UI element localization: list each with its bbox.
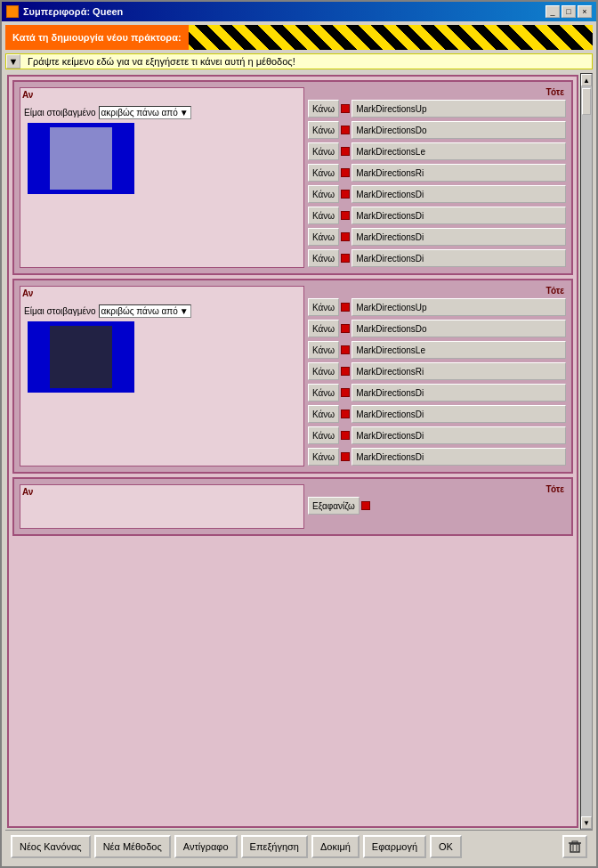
kano-btn-1-5[interactable]: Κάνω xyxy=(308,185,339,203)
maximize-button[interactable]: □ xyxy=(562,5,576,18)
kano-btn-1-3[interactable]: Κάνω xyxy=(308,142,339,160)
new-method-button[interactable]: Νέα Μέθοδος xyxy=(94,835,171,858)
action-name-btn-2-3[interactable]: MarkDirectionsLe xyxy=(352,341,566,359)
red-square-1-3 xyxy=(341,147,350,156)
then-header-bottom: Τότε xyxy=(308,484,566,494)
kano-btn-2-4[interactable]: Κάνω xyxy=(308,362,339,380)
red-square-2-5 xyxy=(341,388,350,397)
kano-btn-1-4[interactable]: Κάνω xyxy=(308,164,339,182)
scroll-down-button[interactable]: ▼ xyxy=(581,816,592,829)
kano-btn-1-8[interactable]: Κάνω xyxy=(308,249,339,267)
trash-icon xyxy=(568,840,582,854)
dropdown-value-1: ακριβώς πάνω από xyxy=(101,108,178,118)
red-square-1-4 xyxy=(341,168,350,177)
image-area-2 xyxy=(28,321,134,393)
red-square-1-2 xyxy=(341,126,350,134)
kano-btn-1-7[interactable]: Κάνω xyxy=(308,228,339,246)
kano-btn-2-1[interactable]: Κάνω xyxy=(308,298,339,316)
red-square-bottom xyxy=(361,501,370,510)
red-square-1-7 xyxy=(341,232,350,241)
scroll-up-button[interactable]: ▲ xyxy=(581,74,592,86)
test-button[interactable]: Δοκιμή xyxy=(311,835,360,858)
kano-btn-2-3[interactable]: Κάνω xyxy=(308,341,339,359)
title-bar: Συμπεριφορά: Queen _ □ × xyxy=(2,2,596,21)
if-label-bottom: Αν xyxy=(22,487,33,497)
action-name-btn-2-8[interactable]: MarkDirectionsDi xyxy=(352,448,566,466)
title-bar-text: Συμπεριφορά: Queen xyxy=(6,5,123,18)
action-1-7: Κάνω MarkDirectionsDi xyxy=(308,227,566,247)
red-square-1-5 xyxy=(341,190,350,199)
kano-btn-1-2[interactable]: Κάνω xyxy=(308,121,339,139)
action-name-btn-1-5[interactable]: MarkDirectionsDi xyxy=(352,185,566,203)
copy-button[interactable]: Αντίγραφο xyxy=(174,835,238,858)
action-name-btn-1-3[interactable]: MarkDirectionsLe xyxy=(352,142,566,160)
action-name-btn-2-6[interactable]: MarkDirectionsDi xyxy=(352,405,566,423)
action-1-6: Κάνω MarkDirectionsDi xyxy=(308,206,566,225)
info-dropdown-arrow[interactable]: ▼ xyxy=(6,54,20,69)
action-name-btn-2-4[interactable]: MarkDirectionsRi xyxy=(352,362,566,380)
action-name-btn-2-2[interactable]: MarkDirectionsDo xyxy=(352,320,566,337)
condition-text-2: Είμαι στοιβαγμένο xyxy=(24,306,96,316)
action-name-btn-2-1[interactable]: MarkDirectionsUp xyxy=(352,298,566,316)
minimize-button[interactable]: _ xyxy=(545,5,560,18)
condition-dropdown-2[interactable]: ακριβώς πάνω από ▼ xyxy=(99,304,191,318)
explain-button[interactable]: Επεξήγηση xyxy=(241,835,308,858)
red-square-1-1 xyxy=(341,104,350,113)
kano-btn-2-7[interactable]: Κάνω xyxy=(308,426,339,444)
bottom-left: Αν xyxy=(20,484,304,529)
action-2-4: Κάνω MarkDirectionsRi xyxy=(308,361,566,381)
kano-btn-2-2[interactable]: Κάνω xyxy=(308,320,339,337)
info-bar: ▼ Γράψτε κείμενο εδώ για να εξηγήσετε τι… xyxy=(5,53,593,69)
kano-btn-2-5[interactable]: Κάνω xyxy=(308,384,339,402)
condition-row-2: Είμαι στοιβαγμένο ακριβώς πάνω από ▼ xyxy=(24,304,300,318)
action-1-5: Κάνω MarkDirectionsDi xyxy=(308,184,566,204)
action-name-btn-1-2[interactable]: MarkDirectionsDo xyxy=(352,121,566,139)
action-name-btn-1-4[interactable]: MarkDirectionsRi xyxy=(352,164,566,182)
main-area: Αν Είμαι στοιβαγμένο ακριβώς πάνω από ▼ xyxy=(5,73,593,830)
scroll-thumb[interactable] xyxy=(582,88,591,115)
action-name-btn-1-1[interactable]: MarkDirectionsUp xyxy=(352,100,566,118)
hazard-banner: Κατά τη δημιουργία νέου πράκτορα: xyxy=(5,25,593,50)
app-icon xyxy=(6,5,19,18)
close-button[interactable]: × xyxy=(578,5,592,18)
condition-text-1: Είμαι στοιβαγμένο xyxy=(24,108,96,118)
ok-button[interactable]: OK xyxy=(430,835,462,858)
bottom-right: Τότε Εξαφανίζω xyxy=(308,484,566,529)
bottom-rule-block: Αν Τότε Εξαφανίζω xyxy=(12,477,573,536)
action-name-btn-1-8[interactable]: MarkDirectionsDi xyxy=(352,249,566,267)
red-square-2-7 xyxy=(341,431,350,440)
red-square-2-6 xyxy=(341,410,350,418)
action-name-btn-1-6[interactable]: MarkDirectionsDi xyxy=(352,207,566,224)
kano-btn-1-6[interactable]: Κάνω xyxy=(308,207,339,224)
if-label-2: Αν xyxy=(22,288,33,298)
info-text: Γράψτε κείμενο εδώ για να εξηγήσετε τι κ… xyxy=(24,54,299,69)
condition-dropdown-1[interactable]: ακριβώς πάνω από ▼ xyxy=(99,106,191,119)
action-2-5: Κάνω MarkDirectionsDi xyxy=(308,383,566,402)
action-1-1: Κάνω MarkDirectionsUp xyxy=(308,99,566,118)
new-rule-button[interactable]: Νέος Κανόνας xyxy=(11,835,91,858)
kano-btn-bottom[interactable]: Εξαφανίζω xyxy=(308,497,360,515)
rule-left-1: Αν Είμαι στοιβαγμένο ακριβώς πάνω από ▼ xyxy=(20,87,304,268)
window-content: Κατά τη δημιουργία νέου πράκτορα: ▼ Γράψ… xyxy=(2,21,596,866)
rule-block-1: Αν Είμαι στοιβαγμένο ακριβώς πάνω από ▼ xyxy=(12,80,573,275)
rule-row-2: Αν Είμαι στοιβαγμένο ακριβώς πάνω από ▼ xyxy=(20,286,566,466)
apply-button[interactable]: Εφαρμογή xyxy=(363,835,426,858)
svg-rect-0 xyxy=(570,844,579,852)
action-name-btn-2-7[interactable]: MarkDirectionsDi xyxy=(352,426,566,444)
action-1-8: Κάνω MarkDirectionsDi xyxy=(308,248,566,268)
content-area: Αν Είμαι στοιβαγμένο ακριβώς πάνω από ▼ xyxy=(9,77,577,826)
action-2-1: Κάνω MarkDirectionsUp xyxy=(308,297,566,317)
kano-btn-2-8[interactable]: Κάνω xyxy=(308,448,339,466)
kano-btn-1-1[interactable]: Κάνω xyxy=(308,100,339,118)
kano-btn-2-6[interactable]: Κάνω xyxy=(308,405,339,423)
rule-row-1: Αν Είμαι στοιβαγμένο ακριβώς πάνω από ▼ xyxy=(20,87,566,268)
rule-right-1: Τότε Κάνω MarkDirectionsUp Κάνω MarkDir xyxy=(308,87,566,268)
outer-border: Αν Είμαι στοιβαγμένο ακριβώς πάνω από ▼ xyxy=(7,75,578,828)
trash-button[interactable] xyxy=(562,835,587,858)
action-name-btn-2-5[interactable]: MarkDirectionsDi xyxy=(352,384,566,402)
action-2-8: Κάνω MarkDirectionsDi xyxy=(308,447,566,466)
action-name-btn-1-7[interactable]: MarkDirectionsDi xyxy=(352,228,566,246)
main-window: Συμπεριφορά: Queen _ □ × Κατά τη δημιουρ… xyxy=(0,0,598,868)
action-1-3: Κάνω MarkDirectionsLe xyxy=(308,142,566,161)
action-1-2: Κάνω MarkDirectionsDo xyxy=(308,120,566,140)
